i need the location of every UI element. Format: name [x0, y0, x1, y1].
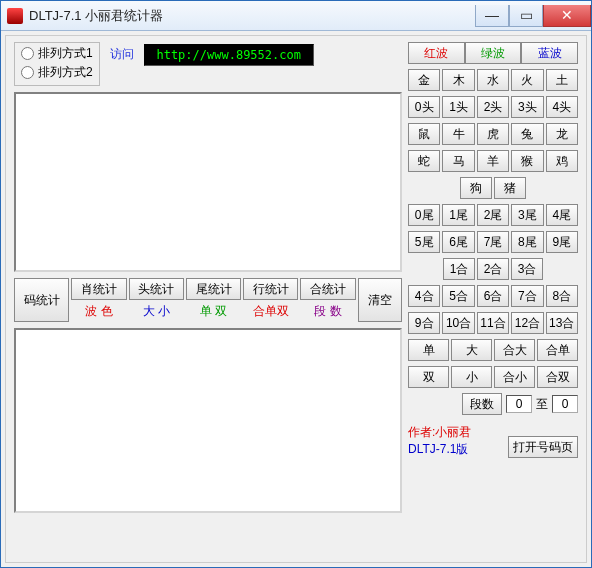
- stat-tail-button[interactable]: 尾统计: [186, 278, 241, 300]
- arrangement-radio-1[interactable]: [21, 47, 34, 60]
- quad-button[interactable]: 单: [408, 339, 449, 361]
- stat-code-button[interactable]: 码统计: [14, 278, 69, 322]
- stats-buttons-row: 码统计 肖统计波 色 头统计大 小 尾统计单 双 行统计合单双 合统计段 数 清…: [14, 278, 402, 322]
- element-button[interactable]: 金: [408, 69, 440, 91]
- elements-row: 金 木 水 火 土: [408, 69, 578, 91]
- he-button[interactable]: 5合: [442, 285, 474, 307]
- tail-button[interactable]: 5尾: [408, 231, 440, 253]
- zodiac-button[interactable]: 羊: [477, 150, 509, 172]
- tail-button[interactable]: 6尾: [442, 231, 474, 253]
- tail-button[interactable]: 4尾: [546, 204, 578, 226]
- titlebar: DLTJ-7.1 小丽君统计器 — ▭ ✕: [1, 1, 591, 31]
- right-panel: 红波 绿波 蓝波 金 木 水 火 土 0头 1头 2头 3头 4头 鼠 牛: [408, 42, 578, 554]
- he-button[interactable]: 2合: [477, 258, 509, 280]
- he-button[interactable]: 13合: [546, 312, 578, 334]
- tail-button[interactable]: 9尾: [546, 231, 578, 253]
- sub-he-odd-even[interactable]: 合单双: [243, 301, 298, 321]
- he-button[interactable]: 7合: [511, 285, 543, 307]
- he-button[interactable]: 3合: [511, 258, 543, 280]
- zodiac-row-2: 蛇 马 羊 猴 鸡: [408, 150, 578, 172]
- tail-button[interactable]: 3尾: [511, 204, 543, 226]
- tails-row-1: 0尾 1尾 2尾 3尾 4尾: [408, 204, 578, 226]
- he-button[interactable]: 11合: [477, 312, 509, 334]
- tails-row-2: 5尾 6尾 7尾 8尾 9尾: [408, 231, 578, 253]
- arrangement-radio-2[interactable]: [21, 66, 34, 79]
- wave-green-button[interactable]: 绿波: [465, 42, 522, 64]
- zodiac-button[interactable]: 牛: [442, 123, 474, 145]
- maximize-button[interactable]: ▭: [509, 5, 543, 27]
- zodiac-button[interactable]: 蛇: [408, 150, 440, 172]
- content-area: 排列方式1 排列方式2 访问 http://www.89552.com 码统计 …: [5, 35, 587, 563]
- segment-button[interactable]: 段数: [462, 393, 502, 415]
- he-button[interactable]: 8合: [546, 285, 578, 307]
- close-button[interactable]: ✕: [543, 5, 591, 27]
- he-button[interactable]: 10合: [442, 312, 474, 334]
- element-button[interactable]: 土: [546, 69, 578, 91]
- author-block: 作者:小丽君 DLTJ-7.1版: [408, 424, 471, 458]
- arrangement-label-2: 排列方式2: [38, 64, 93, 81]
- stat-head-button[interactable]: 头统计: [129, 278, 184, 300]
- zodiac-button[interactable]: 龙: [546, 123, 578, 145]
- sub-big-small[interactable]: 大 小: [129, 301, 184, 321]
- zodiac-button[interactable]: 狗: [460, 177, 492, 199]
- arrangement-option-2[interactable]: 排列方式2: [21, 64, 93, 81]
- tail-button[interactable]: 0尾: [408, 204, 440, 226]
- quad-row-1: 单 大 合大 合单: [408, 339, 578, 361]
- zodiac-button[interactable]: 兔: [511, 123, 543, 145]
- segment-from-input[interactable]: [506, 395, 532, 413]
- element-button[interactable]: 水: [477, 69, 509, 91]
- stat-row-button[interactable]: 行统计: [243, 278, 298, 300]
- zodiac-button[interactable]: 马: [442, 150, 474, 172]
- zodiac-row-1: 鼠 牛 虎 兔 龙: [408, 123, 578, 145]
- zodiac-button[interactable]: 猴: [511, 150, 543, 172]
- head-button[interactable]: 1头: [442, 96, 474, 118]
- wave-red-button[interactable]: 红波: [408, 42, 465, 64]
- arrangement-label-1: 排列方式1: [38, 45, 93, 62]
- tail-button[interactable]: 8尾: [511, 231, 543, 253]
- he-button[interactable]: 12合: [511, 312, 543, 334]
- element-button[interactable]: 火: [511, 69, 543, 91]
- quad-button[interactable]: 合双: [537, 366, 578, 388]
- open-codes-button[interactable]: 打开号码页: [508, 436, 578, 458]
- quad-button[interactable]: 合小: [494, 366, 535, 388]
- he-button[interactable]: 9合: [408, 312, 440, 334]
- wave-blue-button[interactable]: 蓝波: [521, 42, 578, 64]
- head-button[interactable]: 0头: [408, 96, 440, 118]
- sub-segment[interactable]: 段 数: [300, 301, 355, 321]
- quad-button[interactable]: 合单: [537, 339, 578, 361]
- tail-button[interactable]: 7尾: [477, 231, 509, 253]
- head-button[interactable]: 3头: [511, 96, 543, 118]
- clear-button[interactable]: 清空: [358, 278, 402, 322]
- zodiac-button[interactable]: 虎: [477, 123, 509, 145]
- zodiac-button[interactable]: 鸡: [546, 150, 578, 172]
- minimize-button[interactable]: —: [475, 5, 509, 27]
- segment-to-input[interactable]: [552, 395, 578, 413]
- quad-button[interactable]: 双: [408, 366, 449, 388]
- head-button[interactable]: 2头: [477, 96, 509, 118]
- url-display[interactable]: http://www.89552.com: [144, 44, 314, 66]
- element-button[interactable]: 木: [442, 69, 474, 91]
- stat-he-button[interactable]: 合统计: [300, 278, 355, 300]
- sub-odd-even[interactable]: 单 双: [186, 301, 241, 321]
- stat-xiao-button[interactable]: 肖统计: [71, 278, 126, 300]
- quad-button[interactable]: 合大: [494, 339, 535, 361]
- top-row: 排列方式1 排列方式2 访问 http://www.89552.com: [14, 42, 402, 86]
- he-row-c: 9合 10合 11合 12合 13合: [408, 312, 578, 334]
- tail-button[interactable]: 1尾: [442, 204, 474, 226]
- app-window: DLTJ-7.1 小丽君统计器 — ▭ ✕ 排列方式1 排列方式2 访问 htt…: [0, 0, 592, 568]
- he-button[interactable]: 1合: [443, 258, 475, 280]
- left-panel: 排列方式1 排列方式2 访问 http://www.89552.com 码统计 …: [14, 42, 402, 554]
- input-textarea-top[interactable]: [14, 92, 402, 272]
- he-button[interactable]: 6合: [477, 285, 509, 307]
- zodiac-button[interactable]: 猪: [494, 177, 526, 199]
- head-button[interactable]: 4头: [546, 96, 578, 118]
- quad-button[interactable]: 大: [451, 339, 492, 361]
- input-textarea-bottom[interactable]: [14, 328, 402, 513]
- arrangement-option-1[interactable]: 排列方式1: [21, 45, 93, 62]
- arrangement-group: 排列方式1 排列方式2: [14, 42, 100, 86]
- quad-button[interactable]: 小: [451, 366, 492, 388]
- tail-button[interactable]: 2尾: [477, 204, 509, 226]
- zodiac-button[interactable]: 鼠: [408, 123, 440, 145]
- he-button[interactable]: 4合: [408, 285, 440, 307]
- sub-wave-color[interactable]: 波 色: [71, 301, 126, 321]
